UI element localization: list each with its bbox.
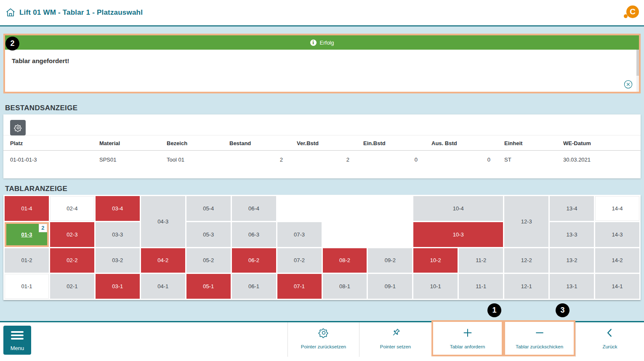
column-header: Ver.Bstd (290, 135, 357, 151)
tray-cell-07-1[interactable]: 07-1 (277, 274, 322, 299)
tray-cell-06-4[interactable]: 06-4 (232, 196, 276, 221)
tray-cell-13-2[interactable]: 13-2 (550, 248, 594, 273)
column-header: Bezeich (160, 135, 223, 151)
tray-cell-04-1[interactable]: 04-1 (141, 274, 185, 299)
tray-cell-13-4[interactable]: 13-4 (550, 196, 594, 221)
pointer-reset-label: Pointer zurücksetzen (301, 344, 346, 349)
tray-cell-10-2[interactable]: 10-2 (413, 248, 458, 273)
tray-cell-label: 13-3 (567, 231, 577, 238)
tray-cell-12-1[interactable]: 12-1 (504, 274, 548, 299)
table-cell: ST (498, 151, 556, 168)
notification-header: i Erfolg (5, 35, 639, 50)
tray-cell-13-1[interactable]: 13-1 (550, 274, 594, 299)
tray-cell-04-2[interactable]: 04-2 (141, 248, 185, 273)
tray-cell-12-3[interactable]: 12-3 (504, 196, 548, 247)
notification-close-button[interactable] (623, 80, 633, 89)
tray-cell-05-3[interactable]: 05-3 (186, 222, 231, 247)
close-icon (623, 80, 633, 89)
bottom-toolbar: Menu Pointer zurücksetzen Pointer setzen (0, 321, 644, 361)
tray-cell-03-4[interactable]: 03-4 (96, 196, 140, 221)
tray-cell-09-1[interactable]: 09-1 (368, 274, 412, 299)
minus-icon (534, 327, 545, 338)
table-cell: 01-01-01-3 (3, 151, 93, 168)
tray-cell-02-4[interactable]: 02-4 (50, 196, 94, 221)
tray-cell-label: 14-2 (612, 257, 623, 263)
tray-cell-04-3[interactable]: 04-3 (141, 196, 185, 247)
tray-cell-14-2[interactable]: 14-2 (595, 248, 639, 273)
scrollbar-thumb[interactable] (636, 50, 639, 76)
tray-cell-11-2[interactable]: 11-2 (459, 248, 503, 273)
tray-cell-label: 03-1 (112, 283, 123, 289)
tray-cell-10-1[interactable]: 10-1 (413, 274, 458, 299)
tray-cell-10-4[interactable]: 10-4 (413, 196, 503, 221)
tray-cell-10-3[interactable]: 10-3 (413, 222, 503, 247)
tray-cell-label: 04-1 (157, 283, 168, 289)
tray-cell-03-2[interactable]: 03-2 (96, 248, 140, 273)
tray-cell-03-3[interactable]: 03-3 (96, 222, 140, 247)
tray-cell-05-4[interactable]: 05-4 (186, 196, 231, 221)
tray-cell-07-2[interactable]: 07-2 (277, 248, 322, 273)
tablar-anfordern-button[interactable]: Tablar anfordern (431, 320, 503, 356)
tray-cell-01-4[interactable]: 01-4 (5, 196, 49, 221)
tray-cell-06-3[interactable]: 06-3 (232, 222, 276, 247)
table-cell: 30.03.2021 (556, 151, 641, 168)
tray-cell-02-1[interactable]: 02-1 (50, 274, 94, 299)
tray-cell-badge: 2 (39, 224, 47, 232)
notification-scrollbar[interactable] (636, 50, 639, 92)
table-settings-button[interactable] (10, 120, 26, 135)
tray-cell-14-3[interactable]: 14-3 (595, 222, 639, 247)
column-header: Aus. Bstd (425, 135, 498, 151)
column-header: WE-Datum (556, 135, 641, 151)
tray-cell-03-1[interactable]: 03-1 (96, 274, 140, 299)
notification-message: Tablar angefordert! (5, 50, 639, 64)
gear-icon (14, 124, 22, 132)
tray-cell-06-1[interactable]: 06-1 (232, 274, 276, 299)
table-cell: SPS01 (93, 151, 160, 168)
tray-cell-14-4[interactable]: 14-4 (595, 196, 639, 221)
tray-cell-08-1[interactable]: 08-1 (323, 274, 367, 299)
tray-cell-02-2[interactable]: 02-2 (50, 248, 94, 273)
table-cell: 0 (357, 151, 425, 168)
table-row[interactable]: 01-01-01-3SPS01Tool 012200ST30.03.2021 (3, 151, 641, 168)
tray-cell-06-2[interactable]: 06-2 (232, 248, 276, 273)
tray-cell-13-3[interactable]: 13-3 (550, 222, 594, 247)
notification-panel: i Erfolg Tablar angefordert! (3, 34, 641, 93)
tray-cell-label: 02-1 (67, 283, 77, 289)
tray-cell-01-1[interactable]: 01-1 (5, 274, 49, 299)
back-label: Zurück (602, 344, 617, 349)
tray-cell-label: 10-4 (453, 205, 464, 212)
back-button[interactable]: Zurück (575, 322, 644, 357)
tray-cell-label: 14-4 (612, 205, 623, 212)
tray-cell-02-3[interactable]: 02-3 (50, 222, 94, 247)
tray-cell-01-2[interactable]: 01-2 (5, 248, 49, 273)
tray-cell-09-2[interactable]: 09-2 (368, 248, 412, 273)
table-cell: Tool 01 (160, 151, 223, 168)
tray-cell-label: 11-1 (476, 283, 486, 289)
tray-cell-11-1[interactable]: 11-1 (459, 274, 503, 299)
tray-cell-label: 10-2 (430, 257, 441, 263)
brand-logo-letter: C (630, 7, 636, 16)
home-icon[interactable] (5, 8, 16, 18)
tray-cell-12-2[interactable]: 12-2 (504, 248, 548, 273)
tray-cell-14-1[interactable]: 14-1 (595, 274, 639, 299)
tablar-zurueckschicken-button[interactable]: Tablar zurückschicken (503, 320, 575, 356)
tray-cell-05-2[interactable]: 05-2 (186, 248, 231, 273)
tray-cell-08-2[interactable]: 08-2 (323, 248, 367, 273)
tray-cell-label: 07-3 (294, 231, 305, 238)
tray-cell-05-1[interactable]: 05-1 (186, 274, 231, 299)
tray-cell-01-3[interactable]: 01-32 (5, 222, 49, 247)
column-header: Platz (3, 135, 93, 151)
tray-cell-07-3[interactable]: 07-3 (277, 222, 322, 247)
tray-cell-label: 04-3 (157, 218, 168, 225)
notification-body: Tablar angefordert! (5, 50, 639, 92)
tray-cell-label: 03-2 (112, 257, 123, 263)
menu-button[interactable]: Menu (3, 326, 31, 355)
annotation-badge-2: 2 (5, 37, 19, 50)
tray-cell-label: 07-1 (294, 283, 305, 289)
tray-cell-label: 14-3 (612, 231, 623, 238)
tray-cell-label: 11-2 (476, 257, 486, 263)
pointer-set-button[interactable]: Pointer setzen (359, 322, 431, 357)
annotation-badge-1: 1 (487, 303, 501, 317)
pointer-reset-button[interactable]: Pointer zurücksetzen (287, 322, 359, 357)
tray-cell-label: 04-2 (157, 257, 168, 263)
